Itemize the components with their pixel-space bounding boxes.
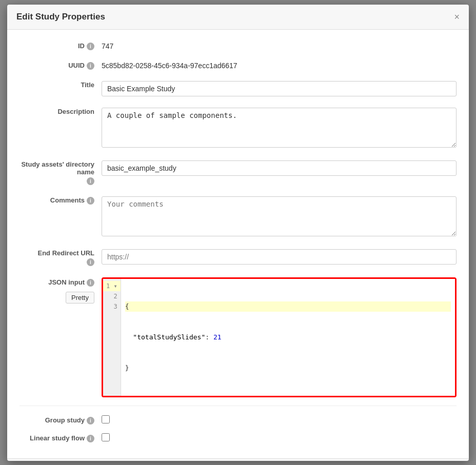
end-redirect-info-icon[interactable]: i — [87, 258, 94, 266]
json-line-1: { — [125, 301, 451, 312]
title-input[interactable] — [102, 81, 457, 96]
linear-study-flow-field-wrapper — [102, 431, 457, 443]
title-label: Title — [19, 78, 102, 89]
json-key-span: "totalStudySlides" — [133, 333, 205, 341]
assets-dir-label: Study assets' directory name i — [19, 157, 102, 185]
comments-label: Comments i — [19, 193, 102, 205]
modal-title: Edit Study Properties — [16, 12, 105, 22]
modal-body: ID i 747 UUID i 5c85bd82-0258-45c6-934a-… — [7, 30, 469, 458]
group-study-field-wrapper — [102, 413, 457, 425]
description-label: Description — [19, 105, 102, 115]
close-button[interactable]: × — [454, 12, 460, 22]
uuid-label: UUID i — [19, 58, 102, 70]
title-field-wrapper — [102, 78, 457, 96]
linear-study-flow-label: Linear study flow i — [19, 431, 102, 442]
comments-field-wrapper — [102, 193, 457, 238]
json-line-num-3: 3 — [103, 301, 121, 312]
assets-dir-field-wrapper — [102, 157, 457, 176]
uuid-row: UUID i 5c85bd82-0258-45c6-934a-97ecc1ad6… — [19, 58, 457, 70]
uuid-info-icon[interactable]: i — [87, 62, 94, 70]
group-study-row: Group study i — [19, 413, 457, 425]
json-line-num-2: 2 — [103, 291, 121, 301]
group-study-info-icon[interactable]: i — [87, 417, 94, 424]
assets-dir-info-icon[interactable]: i — [87, 177, 94, 185]
json-line-2: "totalStudySlides": 21 — [125, 332, 451, 342]
group-study-label: Group study i — [19, 413, 102, 424]
id-row: ID i 747 — [19, 39, 457, 50]
description-row: Description A couple of sample component… — [19, 105, 457, 149]
json-line-3: } — [125, 363, 451, 373]
modal-footer: Cancel Save — [7, 458, 469, 461]
end-redirect-label: End Redirect URL i — [19, 246, 102, 266]
json-input-label: JSON input i Pretty — [19, 274, 102, 304]
end-redirect-row: End Redirect URL i — [19, 246, 457, 266]
linear-study-flow-info-icon[interactable]: i — [87, 435, 94, 442]
json-editor-area: 1 ▾ 2 3 { "totalStudySlides": 21 } — [102, 277, 457, 397]
edit-study-modal: Edit Study Properties × ID i 747 UUID i … — [7, 5, 469, 461]
linear-study-flow-checkbox[interactable] — [102, 433, 110, 441]
comments-row: Comments i — [19, 193, 457, 238]
json-info-icon[interactable]: i — [87, 279, 94, 287]
modal-header: Edit Study Properties × — [7, 5, 469, 30]
json-value-span: 21 — [213, 333, 222, 341]
json-line-numbers: 1 ▾ 2 3 — [103, 279, 121, 396]
assets-dir-row: Study assets' directory name i — [19, 157, 457, 185]
description-textarea[interactable]: A couple of sample components. — [102, 108, 457, 148]
end-redirect-field-wrapper — [102, 246, 457, 265]
description-field-wrapper: A couple of sample components. — [102, 105, 457, 149]
json-editor[interactable]: 1 ▾ 2 3 { "totalStudySlides": 21 } — [103, 279, 455, 396]
pretty-button[interactable]: Pretty — [66, 292, 94, 304]
title-row: Title — [19, 78, 457, 96]
linear-study-flow-row: Linear study flow i — [19, 431, 457, 443]
pretty-btn-wrapper: Pretty — [66, 292, 94, 304]
json-line-num-1: 1 ▾ — [103, 281, 121, 291]
section-divider — [19, 406, 457, 406]
json-input-field-wrapper: 1 ▾ 2 3 { "totalStudySlides": 21 } — [102, 274, 457, 397]
end-redirect-input[interactable] — [102, 249, 457, 265]
comments-info-icon[interactable]: i — [87, 197, 94, 205]
group-study-checkbox[interactable] — [102, 415, 110, 423]
comments-textarea[interactable] — [102, 196, 457, 236]
id-value: 747 — [102, 39, 457, 50]
json-input-row: JSON input i Pretty 1 ▾ 2 3 — [19, 274, 457, 397]
id-info-icon[interactable]: i — [87, 43, 94, 50]
uuid-value: 5c85bd82-0258-45c6-934a-97ecc1ad6617 — [102, 58, 457, 70]
assets-dir-input[interactable] — [102, 160, 457, 176]
id-label: ID i — [19, 39, 102, 50]
json-content[interactable]: { "totalStudySlides": 21 } — [121, 279, 455, 396]
